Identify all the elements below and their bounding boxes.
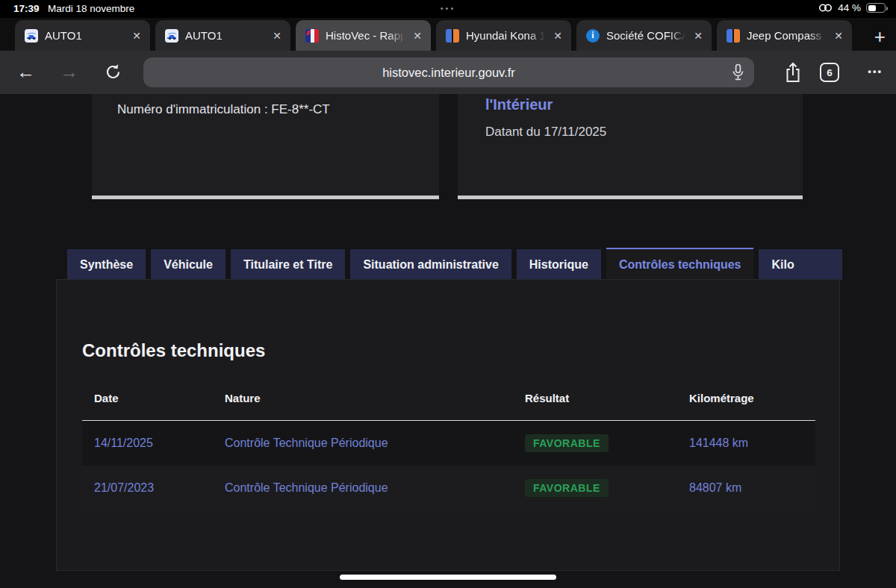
controles-techniques-panel: Contrôles techniques Date Nature Résulta…	[56, 279, 840, 571]
header-date: Date	[94, 392, 119, 404]
header-nature: Nature	[225, 392, 261, 404]
tab-overview-button[interactable]: 6	[820, 63, 839, 82]
tab-title: Jeep Compass 1	[747, 29, 827, 42]
tab-controles-techniques[interactable]: Contrôles techniques	[606, 248, 754, 280]
back-button[interactable]: ←	[16, 62, 35, 81]
inspection-date: 14/11/2025	[94, 421, 153, 466]
tab-titulaire-et-titre[interactable]: Titulaire et Titre	[231, 249, 345, 280]
browser-tab-cofica[interactable]: i Société COFICA ✕	[576, 20, 712, 51]
registration-card: Numéro d'immatriculation : FE-8**-CT	[92, 94, 439, 199]
more-menu-button[interactable]: •••	[868, 66, 883, 77]
header-resultat: Résultat	[525, 392, 569, 404]
tab-title: Hyundai Kona 1.6	[466, 29, 547, 42]
table-row[interactable]: 21/07/2023 Contrôle Technique Périodique…	[82, 466, 815, 510]
section-tab-list: Synthèse Véhicule Titulaire et Titre Sit…	[67, 248, 842, 280]
ipad-screen: 17:39 Mardi 18 novembre ••• 44 % AUTO1 ✕…	[0, 0, 896, 588]
browser-tab-strip: AUTO1 ✕ AUTO1 ✕ HistoVec - Rapp ✕ Hyunda…	[0, 18, 896, 51]
auto1-favicon-icon	[165, 29, 178, 43]
tab-synthese[interactable]: Synthèse	[67, 249, 146, 280]
browser-tab-jeep[interactable]: Jeep Compass 1 ✕	[717, 20, 852, 51]
url-text: histovec.interieur.gouv.fr	[382, 66, 515, 80]
inspection-result: FAVORABLE	[525, 466, 609, 510]
inspection-km: 84807 km	[689, 466, 741, 510]
address-bar[interactable]: histovec.interieur.gouv.fr	[143, 57, 754, 87]
header-kilometrage: Kilométrage	[689, 392, 754, 404]
tab-situation-administrative[interactable]: Situation administrative	[350, 249, 511, 280]
home-indicator[interactable]	[340, 575, 556, 580]
inspection-result: FAVORABLE	[525, 421, 609, 466]
tab-historique[interactable]: Historique	[517, 249, 601, 280]
leboncoin-favicon-icon	[446, 29, 459, 43]
ministere-link[interactable]: l'Intérieur	[485, 96, 553, 113]
browser-toolbar: ← → histovec.interieur.gouv.fr 6 •••	[0, 51, 896, 94]
tab-kilometrage[interactable]: Kilo	[759, 249, 842, 280]
microphone-icon[interactable]	[732, 63, 744, 81]
close-icon[interactable]: ✕	[273, 30, 281, 42]
close-icon[interactable]: ✕	[413, 30, 422, 42]
inspection-date: 21/07/2023	[94, 466, 154, 510]
inspection-nature: Contrôle Technique Périodique	[225, 466, 388, 510]
web-content: Numéro d'immatriculation : FE-8**-CT l'I…	[0, 94, 896, 588]
browser-tab-histovec[interactable]: HistoVec - Rapp ✕	[296, 20, 431, 51]
close-icon[interactable]: ✕	[834, 30, 843, 42]
inspection-nature: Contrôle Technique Périodique	[225, 421, 388, 466]
tab-vehicule[interactable]: Véhicule	[151, 249, 225, 280]
close-icon[interactable]: ✕	[694, 30, 703, 42]
inspections-table: Date Nature Résultat Kilométrage 14/11/2…	[82, 280, 815, 570]
browser-tab-auto1-1[interactable]: AUTO1 ✕	[15, 20, 150, 51]
battery-icon	[866, 3, 886, 13]
browser-tab-auto1-2[interactable]: AUTO1 ✕	[155, 20, 290, 51]
browser-tab-hyundai[interactable]: Hyundai Kona 1.6 ✕	[436, 20, 571, 51]
multitasking-handle-icon[interactable]: •••	[0, 4, 896, 13]
reload-button[interactable]	[105, 63, 122, 81]
battery-percent: 44 %	[838, 2, 861, 13]
table-row[interactable]: 14/11/2025 Contrôle Technique Périodique…	[82, 421, 815, 466]
tab-title: AUTO1	[45, 29, 125, 42]
forward-button[interactable]: →	[60, 62, 78, 81]
tab-title: HistoVec - Rapp	[326, 29, 406, 42]
inspection-km: 141448 km	[689, 421, 748, 466]
french-flag-favicon-icon	[305, 29, 319, 43]
registration-number: Numéro d'immatriculation : FE-8**-CT	[117, 102, 330, 117]
hotspot-icon	[818, 3, 833, 13]
tab-title: Société COFICA	[606, 29, 687, 42]
info-favicon-icon: i	[586, 29, 600, 43]
certificate-card: l'Intérieur Datant du 17/11/2025	[458, 94, 803, 199]
close-icon[interactable]: ✕	[553, 30, 562, 42]
result-badge: FAVORABLE	[525, 434, 609, 452]
close-icon[interactable]: ✕	[132, 30, 141, 42]
tab-title: AUTO1	[185, 29, 266, 42]
new-tab-button[interactable]: +	[874, 27, 886, 46]
result-badge: FAVORABLE	[525, 479, 609, 497]
status-bar: 17:39 Mardi 18 novembre ••• 44 %	[0, 0, 896, 18]
share-button[interactable]	[784, 61, 802, 84]
leboncoin-favicon-icon	[727, 29, 740, 43]
certificate-date: Datant du 17/11/2025	[485, 125, 606, 140]
auto1-favicon-icon	[25, 29, 38, 43]
